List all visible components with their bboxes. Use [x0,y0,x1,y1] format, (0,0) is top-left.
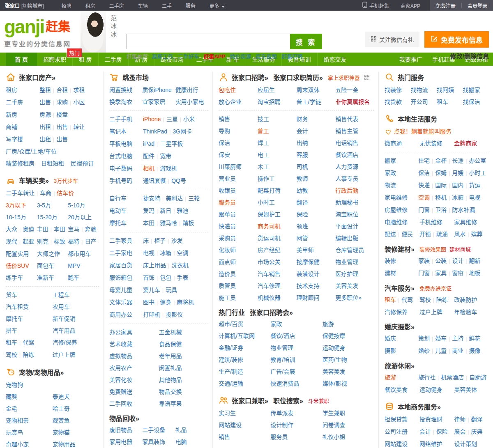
category-link[interactable]: 更多职位» [335,294,362,301]
category-link[interactable]: 平面设计 [335,223,358,230]
category-link[interactable]: 旅游 [323,321,334,327]
recommend-link[interactable]: 特价房源 [230,53,251,60]
category-link[interactable]: 销售 [219,116,230,122]
category-link[interactable]: 快递员 [219,223,236,230]
category-link[interactable]: 财务 [297,116,308,122]
category-link[interactable]: 超市/百货 [219,321,243,327]
category-link[interactable]: 机械仪器 [258,294,281,301]
category-link[interactable]: 20万以上 [68,214,92,221]
category-link[interactable]: ThinkPad [143,128,167,135]
category-link[interactable]: 运动健身 [419,386,442,393]
section-title[interactable]: 旅游休闲» [385,361,415,370]
category-link[interactable]: 焊工 [258,140,269,146]
section-title[interactable]: 张家口兼职» [232,395,268,405]
category-link[interactable]: 美利达 [166,195,183,202]
category-link[interactable]: 整租 [39,87,51,93]
category-link[interactable]: 雅马哈 [160,220,177,226]
category-link[interactable]: 洗衣机 [171,262,189,269]
category-link[interactable]: 木工 [258,163,269,170]
recommend-link[interactable]: 二手好车 [178,53,199,60]
category-link[interactable]: 冰箱 [160,250,171,256]
category-link[interactable]: 保安 [219,152,230,158]
category-link[interactable]: 起亚 [23,238,34,245]
category-link[interactable]: 营业员 [219,175,236,182]
section-title[interactable]: 热门行业 [219,307,245,317]
category-link[interactable]: 鲜花 [469,335,480,342]
category-link[interactable]: 雅迪 [177,207,188,214]
category-link[interactable]: iPad [143,140,154,147]
recommend-link[interactable]: 赶集APP [204,53,226,60]
category-link[interactable]: 律师 [454,416,465,423]
category-link[interactable]: 房屋维修 [385,207,408,213]
section-title[interactable]: 物品回收» [109,413,139,423]
category-link[interactable]: 国内 [452,182,463,188]
category-link[interactable]: 商业 [452,347,463,354]
category-link[interactable]: 自助游 [469,374,486,381]
category-link[interactable]: 台式电脑 [109,153,132,159]
section-title[interactable]: 婚庆摄影» [385,322,415,331]
category-link[interactable]: 幼教 [297,187,308,194]
category-link[interactable]: 打印机 [143,311,160,318]
login-link[interactable]: 会员登录 [462,2,493,9]
category-link[interactable]: 应届生 [258,87,275,93]
category-link[interactable]: 农用农产 [109,365,132,371]
category-link[interactable]: 日产 [85,238,96,245]
category-link[interactable]: 保险 [436,428,448,435]
category-link[interactable]: 行政后勤 [335,187,358,194]
category-link[interactable]: 开锁 [419,231,431,237]
category-link[interactable]: 玩赏鸟 [6,429,23,436]
category-link[interactable]: 找物流 [411,87,428,93]
category-link[interactable]: 二手回收 [109,400,132,407]
category-link[interactable]: 国际 [435,182,447,188]
category-link[interactable]: 工程车 [53,292,70,298]
category-link[interactable]: 艺术收藏 [109,341,132,347]
category-link[interactable]: 健康出行 [175,87,198,93]
category-link[interactable]: 餐饮美食 [385,386,408,393]
category-link[interactable]: 麻将机 [177,299,194,306]
category-link[interactable]: 网站建设 [385,441,408,447]
category-link[interactable]: 商务司机 [258,223,281,230]
category-link[interactable]: 自行车 [109,195,127,202]
category-link[interactable]: 转让 [73,124,85,130]
section-title[interactable]: 本地商务服务» [398,402,441,411]
category-link[interactable]: 健身 [160,299,171,306]
category-link[interactable]: 福特 [68,238,79,245]
category-link[interactable]: 摩托车 [109,220,127,226]
category-link[interactable]: 租房 [6,87,17,93]
category-link[interactable]: 丰田 [37,226,48,232]
recommend-link[interactable]: 房东直租 [256,53,277,60]
category-link[interactable]: 藏獒 [6,393,17,400]
category-link[interactable]: 造价员 [219,271,236,277]
category-link[interactable]: 家具维修 [454,219,477,225]
category-link[interactable]: 移机 [435,194,447,201]
category-link[interactable]: 3万以下 [6,202,26,209]
category-link[interactable]: 手机号码 [109,177,132,184]
category-link[interactable]: 施工员 [219,294,236,301]
category-link[interactable]: 相机 [143,165,154,172]
category-link[interactable]: 电脑维修 [385,219,408,225]
category-link[interactable]: 交通/运输 [219,380,243,387]
category-link[interactable]: 驾校 [419,296,431,303]
category-link[interactable]: 货运司机 [258,235,281,241]
category-link[interactable]: 电视 [143,250,154,256]
section-title[interactable]: 宠物/宠物用品» [19,367,64,377]
category-link[interactable]: 宠物猫 [53,429,70,436]
category-link[interactable]: 设计策划 [454,441,477,447]
category-link[interactable]: 手机维修 [419,219,442,225]
category-link[interactable]: 快速消费品 [270,380,299,387]
category-link[interactable]: 网管 [297,235,308,241]
category-link[interactable]: 出售 [56,124,68,130]
category-link[interactable]: 金融/证券 [219,345,243,351]
category-link[interactable]: 柜子 [154,237,166,244]
category-link[interactable]: 策划 [418,335,430,342]
category-link[interactable]: 医药/生物 [323,356,347,363]
category-link[interactable]: 民宿预订 [71,160,94,167]
category-link[interactable]: 物业管理 [335,259,358,265]
category-link[interactable]: 保姆 [435,170,447,176]
topbar-menu-item[interactable]: 租房 [78,3,102,9]
category-link[interactable]: 冰箱 [452,194,463,201]
category-link[interactable]: 15-20万 [37,214,58,221]
category-link[interactable]: QQ号 [171,177,186,184]
more-menu[interactable]: 更多 [203,2,229,9]
category-link[interactable]: 跟单员 [219,211,236,218]
